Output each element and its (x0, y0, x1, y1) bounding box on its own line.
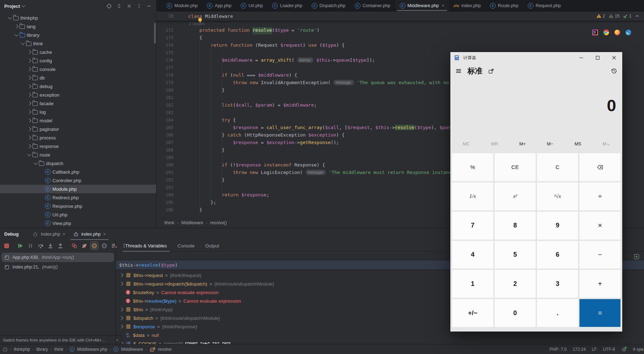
expand-chevron-icon[interactable] (119, 282, 123, 286)
view-tab-output[interactable]: Output (205, 240, 219, 251)
status-breadcrumb-item[interactable]: think (54, 347, 63, 352)
tree-chevron-icon[interactable] (8, 15, 12, 19)
view-breakpoints-icon[interactable] (71, 243, 77, 249)
tree-chevron-icon[interactable] (27, 67, 31, 71)
memory-button-mr[interactable]: MR (488, 140, 501, 148)
tree-item-paginator[interactable]: paginator (0, 125, 156, 133)
dots-circle-icon[interactable] (101, 243, 107, 249)
warnings-badge[interactable]: 2 (596, 13, 605, 19)
edge-icon[interactable] (625, 29, 632, 36)
tab-close-icon[interactable]: × (103, 232, 106, 237)
calc-key-0[interactable]: 0 (495, 299, 536, 327)
tab-loader-php[interactable]: CLoader.php (267, 0, 307, 11)
tab-route-php[interactable]: CRoute.php (485, 0, 523, 11)
tab-index-php[interactable]: phpindex.php (449, 0, 485, 11)
calc-key-minus[interactable]: − (579, 241, 620, 269)
locate-file-icon[interactable] (106, 3, 112, 9)
resume-icon[interactable] (17, 243, 24, 249)
project-panel-title[interactable]: Project (4, 4, 20, 9)
hide-panel-icon[interactable] (146, 3, 152, 9)
tree-chevron-icon[interactable] (27, 144, 31, 148)
view-tab-console[interactable]: Console (178, 240, 195, 251)
step-into-icon[interactable] (47, 243, 53, 249)
breadcrumb-item[interactable]: \think (164, 220, 174, 225)
line-number[interactable]: 172 (156, 28, 173, 33)
minimize-button[interactable] (573, 52, 589, 63)
tree-item-exception[interactable]: exception (0, 91, 156, 99)
sticky-header-line[interactable]: 18 class Middleware (156, 11, 644, 21)
tree-chevron-icon[interactable] (27, 84, 31, 88)
calc-key-equals[interactable]: = (579, 299, 620, 327)
memory-button-m−[interactable]: M− (544, 140, 556, 148)
memory-button-m[interactable]: M (600, 140, 613, 148)
line-number[interactable]: 186 (156, 133, 173, 138)
chrome-icon[interactable] (603, 29, 609, 36)
project-title-chevron-icon[interactable] (21, 3, 25, 7)
line-number[interactable]: 176 (156, 58, 173, 63)
tree-item-url-php[interactable]: CUrl.php (0, 210, 156, 219)
line-number[interactable]: 190 (156, 163, 173, 168)
tree-item-process[interactable]: process (0, 133, 156, 142)
calc-key-1-x[interactable]: 1/x (452, 183, 493, 210)
pause-icon[interactable] (27, 243, 34, 249)
tree-item-module-php[interactable]: CModule.php (0, 185, 156, 193)
tree-chevron-icon[interactable] (27, 76, 31, 79)
line-number[interactable]: 177 (156, 65, 173, 70)
breadcrumb-item[interactable]: resolve() (210, 220, 227, 225)
tree-chevron-icon[interactable] (34, 161, 37, 165)
calc-key-8[interactable]: 8 (495, 212, 536, 240)
line-number[interactable]: 196 (156, 207, 173, 212)
frame-row[interactable]: App.php:438, think\App->run() (1, 253, 114, 262)
tree-chevron-icon[interactable] (27, 118, 31, 122)
calc-key-plus[interactable]: + (579, 270, 620, 298)
line-number[interactable]: 174 (156, 43, 173, 48)
line-number[interactable]: 193 (156, 185, 173, 190)
tree-item-db[interactable]: db (0, 73, 156, 82)
intention-bulb-icon[interactable] (198, 18, 202, 21)
line-number[interactable]: 189 (156, 155, 173, 160)
calc-key-9[interactable]: 9 (537, 212, 578, 240)
tree-item-library[interactable]: library (0, 31, 156, 39)
tab-close-icon[interactable]: × (63, 232, 65, 237)
add-tool-window-icon[interactable] (634, 254, 639, 260)
tree-item-cache[interactable]: cache (0, 48, 156, 56)
status-breadcrumb-item[interactable]: resolve (158, 347, 172, 352)
stop-icon[interactable] (4, 243, 10, 249)
line-number[interactable]: 184 (156, 118, 173, 123)
history-icon[interactable] (611, 68, 617, 74)
line-number[interactable]: 195 (156, 200, 173, 205)
memory-button-m+[interactable]: M+ (516, 140, 528, 148)
status-breadcrumb-item[interactable]: library (36, 347, 48, 352)
tab-container-php[interactable]: CContainer.php (350, 0, 395, 11)
expand-chevron-icon[interactable] (119, 307, 123, 311)
tab-request-php[interactable]: CRequest.php (523, 0, 566, 11)
line-number[interactable]: 180 (156, 88, 173, 93)
calc-key-dot[interactable]: . (537, 299, 578, 327)
frame-row[interactable]: index.php:21, {main}() (1, 262, 114, 272)
tab-url-php[interactable]: CUrl.php (236, 0, 267, 11)
calc-key-4[interactable]: 4 (452, 241, 493, 269)
debug-panel-title[interactable]: Debug (4, 231, 19, 237)
calc-key-5[interactable]: 5 (495, 241, 536, 269)
memory-button-ms[interactable]: MS (572, 140, 584, 148)
tree-item-model[interactable]: model (0, 116, 156, 125)
calc-key-multiply[interactable]: × (579, 212, 620, 240)
tree-item-response[interactable]: response (0, 142, 156, 150)
close-button[interactable] (606, 52, 622, 63)
line-number[interactable]: 179 (156, 80, 173, 85)
tree-item-response-php[interactable]: CResponse.php (0, 202, 156, 210)
calc-key-7[interactable]: 7 (452, 212, 493, 240)
status-breadcrumb-item[interactable]: thinkphp (14, 347, 30, 352)
weak-warnings-badge[interactable]: 15 (608, 13, 619, 19)
expand-chevron-icon[interactable] (119, 316, 123, 320)
calc-key-plus-minus[interactable]: +/− (452, 299, 493, 327)
firefox-icon[interactable] (614, 29, 620, 36)
calc-key-3[interactable]: 3 (537, 270, 578, 298)
variable-row[interactable]: 1001$data = null (116, 331, 644, 339)
run-to-cursor-icon[interactable]: C (91, 243, 97, 249)
line-number[interactable]: 182 (156, 103, 173, 108)
step-out-icon[interactable] (57, 243, 63, 249)
tab-dispatch-php[interactable]: CDispatch.php (307, 0, 350, 11)
tree-chevron-icon[interactable] (27, 127, 31, 131)
calc-key-x2[interactable]: x² (495, 183, 536, 210)
